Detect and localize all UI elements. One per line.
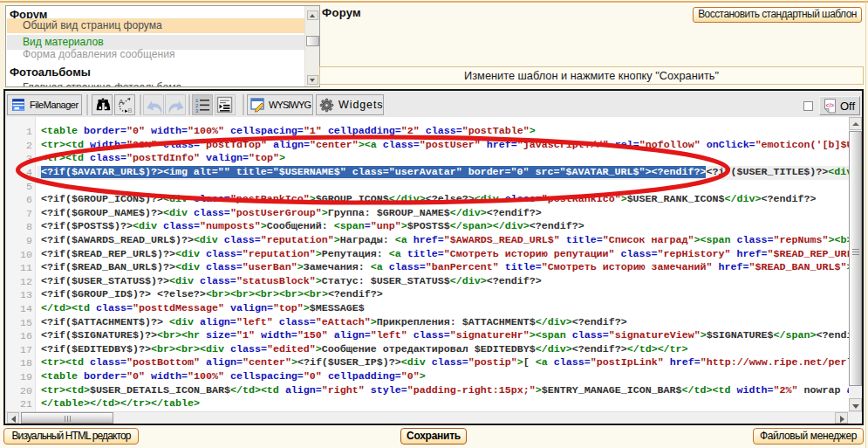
svg-text:A: A xyxy=(119,97,124,106)
svg-text:3: 3 xyxy=(195,108,198,113)
svg-text:</>: </> xyxy=(826,101,835,107)
svg-text:B: B xyxy=(128,107,133,114)
